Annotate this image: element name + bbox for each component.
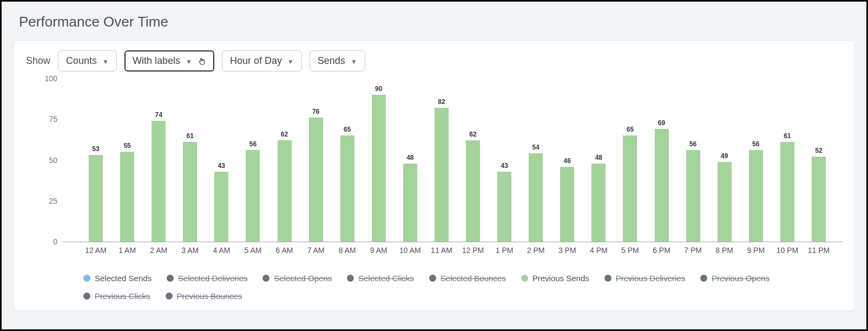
bar-value-label: 56 bbox=[689, 140, 696, 148]
x-tick-label: 3 AM bbox=[181, 246, 199, 255]
chart-bar[interactable]: 49 bbox=[718, 162, 732, 242]
chart-bar[interactable]: 90 bbox=[372, 95, 386, 242]
sends-dropdown-label: Sends bbox=[318, 55, 345, 67]
bar-value-label: 74 bbox=[155, 111, 162, 119]
legend-label: Selected Clicks bbox=[358, 274, 414, 283]
chart-toolbar: Show Counts ▼ With labels ▼ Hour of Day … bbox=[26, 50, 842, 72]
circle-icon bbox=[262, 275, 269, 282]
circle-icon bbox=[167, 275, 174, 282]
legend-label: Previous Bounces bbox=[177, 291, 242, 301]
y-tick-label: 25 bbox=[49, 197, 63, 205]
chart-bar[interactable]: 54 bbox=[529, 153, 543, 242]
chart-bar[interactable]: 56 bbox=[749, 150, 763, 242]
chart-area: 02550751005312 AM551 AM742 AM613 AM434 A… bbox=[36, 72, 843, 258]
legend-label: Selected Bounces bbox=[440, 274, 506, 283]
x-tick-label: 9 PM bbox=[747, 246, 765, 255]
chart-bar[interactable]: 61 bbox=[780, 142, 794, 242]
legend-selected-sends[interactable]: Selected Sends bbox=[83, 274, 152, 283]
x-tick-label: 7 AM bbox=[307, 246, 325, 255]
legend-selected-clicks[interactable]: Selected Clicks bbox=[347, 274, 414, 283]
legend-previous-opens[interactable]: Previous Opens bbox=[700, 274, 770, 283]
page-title: Performance Over Time bbox=[19, 14, 854, 30]
bar-value-label: 82 bbox=[438, 98, 445, 106]
chart-bar[interactable]: 56 bbox=[686, 150, 700, 242]
bar-value-label: 69 bbox=[658, 119, 665, 127]
chart-bar[interactable]: 48 bbox=[591, 164, 606, 242]
bar-value-label: 65 bbox=[344, 126, 351, 133]
bar-value-label: 46 bbox=[564, 157, 571, 165]
x-tick-label: 6 PM bbox=[653, 246, 670, 255]
chart-plot: 02550751005312 AM551 AM742 AM613 AM434 A… bbox=[63, 79, 843, 242]
x-tick-label: 7 PM bbox=[684, 246, 702, 255]
x-tick-label: 1 AM bbox=[119, 246, 136, 255]
y-tick-label: 50 bbox=[49, 156, 63, 165]
bar-value-label: 61 bbox=[784, 132, 791, 140]
chart-bar[interactable]: 61 bbox=[183, 142, 197, 242]
chart-bar[interactable]: 76 bbox=[309, 118, 323, 242]
sends-dropdown[interactable]: Sends ▼ bbox=[310, 50, 365, 72]
x-tick-label: 3 PM bbox=[558, 246, 576, 255]
x-tick-label: 12 AM bbox=[85, 246, 107, 255]
bar-value-label: 90 bbox=[375, 85, 382, 93]
legend-selected-bounces[interactable]: Selected Bounces bbox=[429, 274, 506, 283]
chart-bar[interactable]: 48 bbox=[403, 164, 417, 242]
show-label: Show bbox=[26, 55, 50, 67]
x-tick-label: 6 AM bbox=[276, 246, 293, 255]
legend-previous-clicks[interactable]: Previous Clicks bbox=[83, 291, 150, 301]
legend-selected-deliveries[interactable]: Selected Deliveries bbox=[167, 274, 247, 283]
x-tick-label: 9 AM bbox=[370, 246, 387, 255]
legend-label: Previous Deliveries bbox=[616, 274, 685, 283]
bar-value-label: 48 bbox=[406, 154, 413, 161]
legend-label: Selected Opens bbox=[274, 274, 332, 283]
y-tick-label: 75 bbox=[49, 115, 63, 124]
chart-bar[interactable]: 55 bbox=[120, 152, 134, 242]
x-tick-label: 1 PM bbox=[496, 246, 514, 255]
bar-value-label: 56 bbox=[752, 140, 759, 148]
chart-bar[interactable]: 56 bbox=[246, 150, 260, 242]
bar-value-label: 53 bbox=[92, 145, 99, 153]
x-tick-label: 8 PM bbox=[715, 246, 733, 255]
cursor-hand-icon bbox=[198, 57, 206, 66]
chart-bar[interactable]: 53 bbox=[89, 155, 103, 242]
x-tick-label: 5 AM bbox=[245, 246, 262, 255]
chart-bar[interactable]: 46 bbox=[560, 167, 574, 242]
counts-dropdown[interactable]: Counts ▼ bbox=[58, 50, 117, 72]
legend-previous-bounces[interactable]: Previous Bounces bbox=[166, 291, 242, 301]
circle-icon bbox=[347, 275, 354, 282]
x-tick-label: 10 PM bbox=[777, 246, 798, 255]
bar-value-label: 43 bbox=[218, 162, 225, 170]
x-tick-label: 10 AM bbox=[399, 246, 421, 255]
chart-bar[interactable]: 62 bbox=[466, 140, 480, 242]
legend-label: Previous Opens bbox=[712, 274, 770, 283]
legend-previous-deliveries[interactable]: Previous Deliveries bbox=[604, 274, 685, 283]
circle-icon bbox=[83, 275, 90, 282]
chart-bar[interactable]: 82 bbox=[435, 108, 449, 242]
bar-value-label: 62 bbox=[469, 131, 476, 138]
chart-bar[interactable]: 65 bbox=[623, 135, 637, 242]
legend-previous-sends[interactable]: Previous Sends bbox=[521, 274, 589, 283]
with-labels-dropdown-label: With labels bbox=[133, 55, 180, 67]
chevron-down-icon: ▼ bbox=[351, 58, 357, 66]
chart-bar[interactable]: 43 bbox=[497, 172, 511, 242]
legend-label: Selected Sends bbox=[95, 274, 152, 283]
hour-of-day-dropdown[interactable]: Hour of Day ▼ bbox=[222, 50, 302, 72]
chart-bar[interactable]: 74 bbox=[152, 121, 166, 242]
x-tick-label: 4 AM bbox=[213, 246, 230, 255]
chart-bar[interactable]: 62 bbox=[278, 140, 292, 242]
with-labels-dropdown[interactable]: With labels ▼ bbox=[124, 50, 214, 72]
bar-value-label: 55 bbox=[123, 142, 130, 150]
circle-icon bbox=[429, 275, 436, 282]
x-tick-label: 5 PM bbox=[621, 246, 639, 255]
legend-selected-opens[interactable]: Selected Opens bbox=[262, 274, 332, 283]
chart-bar[interactable]: 43 bbox=[214, 172, 228, 242]
bar-value-label: 62 bbox=[281, 131, 288, 138]
legend-label: Previous Clicks bbox=[95, 291, 150, 301]
circle-icon bbox=[83, 293, 90, 300]
y-tick-label: 100 bbox=[45, 74, 63, 83]
chart-bar[interactable]: 52 bbox=[812, 157, 826, 242]
chevron-down-icon: ▼ bbox=[102, 58, 109, 66]
chart-bar[interactable]: 69 bbox=[655, 129, 669, 242]
bar-value-label: 54 bbox=[532, 144, 540, 151]
circle-icon bbox=[604, 275, 611, 282]
chart-bar[interactable]: 65 bbox=[340, 135, 354, 242]
